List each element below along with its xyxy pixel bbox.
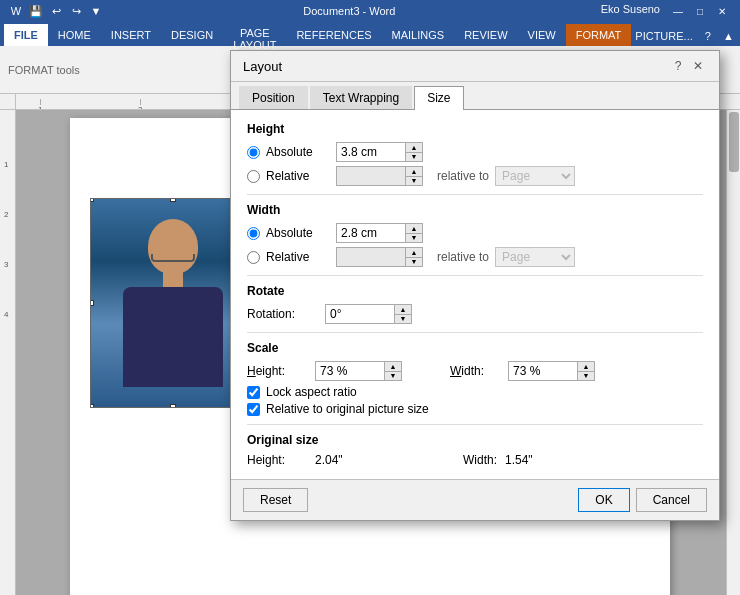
dialog-help-button[interactable]: ? xyxy=(669,57,687,75)
footer-right-buttons: OK Cancel xyxy=(578,488,707,512)
original-size-row: Height: 2.04" Width: 1.54" xyxy=(247,453,703,467)
width-absolute-up[interactable]: ▲ xyxy=(406,224,422,233)
scale-height-down[interactable]: ▼ xyxy=(385,371,401,380)
rotation-spinner: ▲ ▼ xyxy=(325,304,412,324)
scale-width-label: Width: xyxy=(450,364,500,378)
width-relative-to-dropdown[interactable]: Page xyxy=(495,247,575,267)
dialog-overlay: Layout ? ✕ Position Text Wrapping Size H… xyxy=(0,0,740,595)
height-relative-up[interactable]: ▲ xyxy=(406,167,422,176)
height-divider xyxy=(247,194,703,195)
width-absolute-input[interactable] xyxy=(336,223,406,243)
rotation-spinner-btns: ▲ ▼ xyxy=(395,304,412,324)
dialog-footer: Reset OK Cancel xyxy=(231,479,719,520)
relative-original-checkbox[interactable] xyxy=(247,403,260,416)
relative-original-row: Relative to original picture size xyxy=(247,402,703,416)
dialog-title-text: Layout xyxy=(243,59,282,74)
scale-height-label: Height: xyxy=(247,364,307,378)
height-relative-radio[interactable] xyxy=(247,170,260,183)
rotation-row: Rotation: ▲ ▼ xyxy=(247,304,703,324)
height-absolute-down[interactable]: ▼ xyxy=(406,152,422,161)
orig-width-label: Width: xyxy=(463,453,497,467)
height-section-label: Height xyxy=(247,122,703,136)
width-absolute-row: Absolute ▲ ▼ xyxy=(247,223,703,243)
width-relative-to-label: relative to xyxy=(437,250,489,264)
height-relative-input[interactable] xyxy=(336,166,406,186)
width-section-label: Width xyxy=(247,203,703,217)
width-relative-down[interactable]: ▼ xyxy=(406,257,422,266)
dialog-title-bar: Layout ? ✕ xyxy=(231,51,719,82)
scale-width-input[interactable] xyxy=(508,361,578,381)
dialog-close-button[interactable]: ✕ xyxy=(689,57,707,75)
width-relative-spinner: ▲ ▼ xyxy=(336,247,423,267)
height-absolute-spinner-btns: ▲ ▼ xyxy=(406,142,423,162)
lock-aspect-label: Lock aspect ratio xyxy=(266,385,357,399)
scale-width-spinner: ▲ ▼ xyxy=(508,361,595,381)
tab-size[interactable]: Size xyxy=(414,86,463,110)
scale-height-spinner-btns: ▲ ▼ xyxy=(385,361,402,381)
width-relative-label: Relative xyxy=(266,250,330,264)
original-size-label: Original size xyxy=(247,433,703,447)
height-relative-down[interactable]: ▼ xyxy=(406,176,422,185)
relative-original-label: Relative to original picture size xyxy=(266,402,429,416)
reset-button[interactable]: Reset xyxy=(243,488,308,512)
height-relative-to-label: relative to xyxy=(437,169,489,183)
tab-position[interactable]: Position xyxy=(239,86,308,109)
orig-width-value: 1.54" xyxy=(505,453,585,467)
width-absolute-label: Absolute xyxy=(266,226,330,240)
tab-text-wrapping[interactable]: Text Wrapping xyxy=(310,86,412,109)
width-absolute-spinner-btns: ▲ ▼ xyxy=(406,223,423,243)
layout-dialog: Layout ? ✕ Position Text Wrapping Size H… xyxy=(230,50,720,521)
orig-height-label: Height: xyxy=(247,453,307,467)
height-relative-label: Relative xyxy=(266,169,330,183)
dialog-body: Height Absolute ▲ ▼ Relative xyxy=(231,110,719,479)
dialog-tabs: Position Text Wrapping Size xyxy=(231,82,719,110)
height-absolute-spinner: ▲ ▼ xyxy=(336,142,423,162)
width-relative-radio[interactable] xyxy=(247,251,260,264)
orig-height-value: 2.04" xyxy=(315,453,395,467)
height-absolute-input[interactable] xyxy=(336,142,406,162)
width-relative-up[interactable]: ▲ xyxy=(406,248,422,257)
width-relative-input[interactable] xyxy=(336,247,406,267)
width-absolute-spinner: ▲ ▼ xyxy=(336,223,423,243)
width-relative-spinner-btns: ▲ ▼ xyxy=(406,247,423,267)
height-relative-spinner-btns: ▲ ▼ xyxy=(406,166,423,186)
height-absolute-row: Absolute ▲ ▼ xyxy=(247,142,703,162)
ok-button[interactable]: OK xyxy=(578,488,629,512)
scale-section-label: Scale xyxy=(247,341,703,355)
width-absolute-down[interactable]: ▼ xyxy=(406,233,422,242)
scale-width-down[interactable]: ▼ xyxy=(578,371,594,380)
height-absolute-up[interactable]: ▲ xyxy=(406,143,422,152)
scale-height-input[interactable] xyxy=(315,361,385,381)
rotation-up[interactable]: ▲ xyxy=(395,305,411,314)
rotation-input[interactable] xyxy=(325,304,395,324)
rotate-section-label: Rotate xyxy=(247,284,703,298)
lock-aspect-row: Lock aspect ratio xyxy=(247,385,703,399)
height-absolute-label: Absolute xyxy=(266,145,330,159)
width-relative-row: Relative ▲ ▼ relative to Page xyxy=(247,247,703,267)
cancel-button[interactable]: Cancel xyxy=(636,488,707,512)
lock-aspect-checkbox[interactable] xyxy=(247,386,260,399)
scale-row: Height: ▲ ▼ Width: ▲ ▼ xyxy=(247,361,703,381)
width-absolute-radio[interactable] xyxy=(247,227,260,240)
height-relative-row: Relative ▲ ▼ relative to Page xyxy=(247,166,703,186)
scale-width-up[interactable]: ▲ xyxy=(578,362,594,371)
rotation-down[interactable]: ▼ xyxy=(395,314,411,323)
height-absolute-radio[interactable] xyxy=(247,146,260,159)
scale-height-spinner: ▲ ▼ xyxy=(315,361,402,381)
scale-width-spinner-btns: ▲ ▼ xyxy=(578,361,595,381)
dialog-title-buttons: ? ✕ xyxy=(669,57,707,75)
scale-height-up[interactable]: ▲ xyxy=(385,362,401,371)
rotation-label: Rotation: xyxy=(247,307,317,321)
height-relative-spinner: ▲ ▼ xyxy=(336,166,423,186)
height-relative-to-dropdown[interactable]: Page xyxy=(495,166,575,186)
scale-divider xyxy=(247,424,703,425)
rotate-divider xyxy=(247,332,703,333)
width-divider xyxy=(247,275,703,276)
